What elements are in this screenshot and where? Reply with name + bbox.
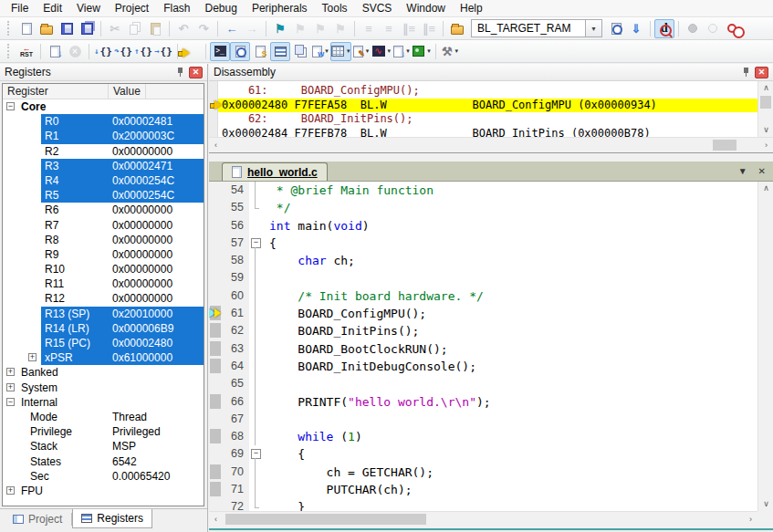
scroll-right-icon[interactable]: › — [744, 512, 757, 527]
register-row-r9[interactable]: R90x00000000 — [3, 247, 204, 262]
breakpoint-margin[interactable] — [209, 428, 222, 445]
code-line-71[interactable]: 71 PUTCHAR(ch); — [209, 481, 757, 498]
scrollbar-thumb[interactable] — [713, 140, 736, 151]
code-line-56[interactable]: 56int main(void) — [209, 217, 757, 235]
bookmark-toggle-icon[interactable]: ⚑ — [270, 19, 290, 38]
disassembly-instruction-line[interactable]: 0x00002484 F7FEFB78 BL.W BOARD_InitPins … — [218, 127, 757, 138]
breakpoint-margin[interactable] — [209, 199, 222, 216]
menu-tools[interactable]: Tools — [315, 1, 355, 16]
disassembly-vscrollbar[interactable]: ∧ ∨ — [757, 81, 773, 137]
code-line-62[interactable]: 62 BOARD_InitPins(); — [209, 322, 757, 339]
serial-window-icon-dropdown[interactable]: ▾ — [366, 47, 370, 55]
analysis-window-icon[interactable]: ∿▾ — [371, 42, 392, 61]
bookmark-next-icon[interactable]: ⚑ — [310, 19, 330, 38]
stop-icon[interactable]: ✕ — [65, 42, 85, 61]
register-row-r11[interactable]: R110x00000000 — [3, 276, 204, 291]
register-row-xpsr[interactable]: +xPSR0x61000000 — [3, 350, 204, 365]
watch-window-icon-dropdown[interactable]: ▾ — [325, 47, 329, 55]
navigate-forward-icon[interactable]: → — [242, 19, 262, 38]
code-line-59[interactable]: 59 — [209, 269, 757, 287]
run-icon[interactable]: ↓ — [45, 42, 65, 61]
breakpoint-margin[interactable] — [209, 393, 222, 411]
tab-project[interactable]: Project — [4, 509, 71, 528]
editor-body[interactable]: 54 * @brief Main function55 */56int main… — [209, 182, 757, 511]
editor-hscrollbar[interactable]: ‹ › — [209, 511, 757, 527]
register-row-r13-sp[interactable]: R13 (SP)0x20010000 — [3, 307, 204, 321]
scrollbar-thumb[interactable] — [225, 514, 426, 525]
scroll-right-icon[interactable]: › — [759, 138, 773, 153]
breakpoint-margin[interactable] — [209, 358, 222, 375]
breakpoint-margin[interactable] — [209, 182, 222, 199]
breakpoint-margin[interactable] — [209, 322, 222, 339]
navigate-back-icon[interactable]: ← — [222, 19, 242, 38]
register-row-r6[interactable]: R60x00000000 — [3, 203, 204, 217]
serial-window-icon[interactable]: ✎▾ — [351, 42, 371, 61]
menu-file[interactable]: File — [4, 1, 36, 16]
tab-list-dropdown-icon[interactable]: ▼ — [738, 166, 747, 176]
memory-window-icon[interactable]: ▾ — [330, 42, 351, 61]
callstack-window-icon[interactable] — [290, 42, 310, 61]
register-row-r3[interactable]: R30x00002471 — [3, 159, 204, 173]
scrollbar-thumb[interactable] — [760, 96, 771, 109]
comment-selection-icon[interactable]: ∥≡ — [399, 19, 419, 38]
system-viewer-icon-dropdown[interactable]: ▾ — [427, 47, 431, 55]
menu-window[interactable]: Window — [399, 1, 453, 16]
target-folder-icon[interactable] — [447, 19, 467, 38]
pin-icon[interactable] — [742, 67, 751, 78]
register-row-r2[interactable]: R20x00000000 — [3, 144, 204, 159]
breakpoint-toggle-icon[interactable] — [683, 19, 703, 38]
breakpoint-margin[interactable] — [209, 481, 222, 498]
breakpoint-margin[interactable] — [209, 464, 222, 481]
collapse-icon[interactable]: − — [6, 102, 15, 110]
breakpoint-margin[interactable] — [209, 269, 222, 287]
register-row-banked[interactable]: +Banked — [3, 365, 204, 380]
menu-project[interactable]: Project — [108, 1, 156, 16]
indent-icon[interactable]: ≡ — [359, 19, 379, 38]
pin-icon[interactable] — [176, 67, 185, 78]
command-window-icon[interactable]: >_ — [210, 42, 230, 61]
save-all-icon[interactable] — [77, 19, 97, 38]
paste-icon[interactable] — [145, 19, 165, 38]
breakpoint-margin[interactable] — [209, 375, 222, 392]
bookmark-prev-icon[interactable]: ⚑ — [290, 19, 310, 38]
code-line-67[interactable]: 67 — [209, 411, 757, 428]
disassembly-body[interactable]: 61: BOARD_ConfigMPU();0x00002480 F7FEFA5… — [209, 81, 757, 137]
target-select-dropdown-icon[interactable]: ▼ — [586, 19, 602, 37]
code-line-69[interactable]: 69 { — [209, 445, 757, 463]
register-row-r14-lr[interactable]: R14 (LR)0x000006B9 — [3, 321, 204, 336]
show-next-statement-icon[interactable] — [182, 42, 202, 61]
new-file-icon[interactable] — [16, 19, 37, 38]
menu-peripherals[interactable]: Peripherals — [245, 1, 315, 16]
step-out-icon[interactable]: ↑{} — [133, 42, 153, 61]
register-row-r5[interactable]: R50x0000254C — [3, 188, 204, 203]
register-row-states[interactable]: States6542 — [3, 454, 204, 469]
disassembly-source-line[interactable]: 62: BOARD_InitPins(); — [218, 112, 757, 127]
uncomment-selection-icon[interactable]: ∥≡ — [419, 19, 439, 38]
column-header-value[interactable]: Value — [109, 84, 146, 99]
close-document-icon[interactable]: ✕ — [758, 166, 766, 176]
code-line-64[interactable]: 64 BOARD_InitDebugConsole(); — [209, 358, 757, 375]
expand-icon[interactable]: + — [28, 353, 37, 361]
column-header-register[interactable]: Register — [3, 84, 109, 99]
register-row-stack[interactable]: StackMSP — [3, 439, 204, 454]
target-select[interactable]: BL_TARGET_RAM▼ — [471, 19, 602, 37]
register-row-r7[interactable]: R70x00000000 — [3, 218, 204, 233]
code-line-70[interactable]: 70 ch = GETCHAR(); — [209, 464, 757, 481]
trace-window-icon-dropdown[interactable]: ▾ — [406, 47, 410, 55]
trace-window-icon[interactable]: ↓▾ — [392, 42, 412, 61]
disassembly-window-icon[interactable] — [230, 42, 250, 61]
breakpoint-margin[interactable] — [209, 305, 222, 322]
scroll-left-icon[interactable]: ‹ — [209, 512, 223, 527]
run-to-cursor-icon[interactable]: →{} — [153, 42, 173, 61]
breakpoint-margin[interactable] — [209, 252, 222, 269]
reset-icon[interactable]: ←RST — [16, 42, 37, 61]
register-row-internal[interactable]: −Internal — [3, 395, 204, 410]
breakpoint-margin[interactable] — [209, 287, 222, 305]
copy-icon[interactable] — [125, 19, 145, 38]
debug-settings-icon-dropdown[interactable]: ▾ — [455, 47, 459, 55]
step-over-icon[interactable]: ↷{} — [113, 42, 133, 61]
register-row-r15-pc[interactable]: R15 (PC)0x00002480 — [3, 336, 204, 350]
open-file-icon[interactable] — [37, 19, 57, 38]
register-row-system[interactable]: +System — [3, 381, 204, 395]
close-icon[interactable]: ✕ — [755, 67, 768, 78]
